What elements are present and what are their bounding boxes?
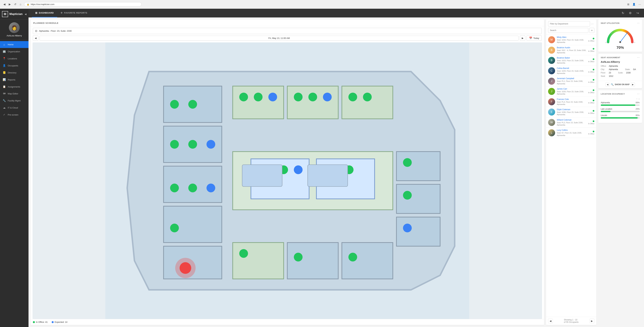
profile-button[interactable]: 👤 [632,2,636,7]
occupant-name: Beatrice Baker [557,57,586,59]
svg-point-18 [170,100,179,109]
sidebar-item-label-reports: Reports [8,78,16,81]
svg-point-22 [170,184,179,192]
status-text: In Office [588,50,594,52]
list-item[interactable]: E Elijah Coleman Seat: 1036, Floor 23, S… [546,107,596,118]
it-cloud-icon: ☁ [3,106,6,109]
occupants-list: M Misty Allen Seat: 1034, Floor 23, Suit… [546,35,596,317]
show-on-map-button[interactable]: 🔍 SHOW ON MAP [611,83,630,86]
sort-desc-button[interactable]: ↕ [638,98,640,100]
extensions-button[interactable]: ⊞ [626,2,630,7]
list-item[interactable]: L Lucy Collins Seat: 67, Floor 23, Suite… [546,128,596,138]
header-actions: ↻ ⚙ ↪ [620,10,641,16]
search-input[interactable] [548,28,588,33]
occupant-seat: Seat: PL1, Floor 23, Suite 2330, Alphare… [557,80,586,85]
favorite-button[interactable]: ★ [589,28,594,33]
status-text: In Office [588,61,594,62]
tab-favorite-reports[interactable]: ✈ FAVORITE REPORTS [57,9,91,18]
dashboard-tab-label: DASHBOARD [39,12,54,14]
seat-utilization-title: SEAT UTILIZATION [601,22,620,24]
list-item[interactable]: J James Carr Seat: 1028, Floor 23, Suite… [546,86,596,97]
tab-dashboard[interactable]: ⊞ DASHBOARD [32,9,57,18]
seat-utilization-more[interactable]: ⋯ [637,22,640,25]
sidebar-item-map-editor[interactable]: 🗺 Map Editor [0,90,28,97]
svg-line-55 [620,32,628,42]
svg-point-23 [188,184,197,192]
sidebar-item-organization[interactable]: 🏢 Organization [0,48,28,55]
sidebar-item-home[interactable]: ⌂ Home [0,41,28,48]
department-filter[interactable] [548,21,590,26]
sidebar-item-assignments[interactable]: 📋 Assignments [0,83,28,90]
svg-point-41 [206,184,215,192]
settings-button[interactable]: ⚙ [627,10,633,16]
svg-text:100%: 100% [632,42,635,43]
occupant-name: Frances Cole [557,98,586,100]
organization-icon: 🏢 [3,50,6,53]
back-button[interactable]: ◀ [2,2,7,7]
sidebar-item-it-cloud[interactable]: ☁ IT & Cloud [0,104,28,111]
svg-text:60%: 60% [619,30,622,31]
address-bar[interactable]: 🔒 https://cw.maptician.com [24,2,142,6]
svg-point-29 [348,92,357,101]
location-occupancy-more[interactable]: ⋯ [637,92,640,96]
occ-item-header: Lincoln 95% [601,114,640,116]
forward-button[interactable]: ▶ [8,2,12,7]
list-item[interactable]: C Celina Barrett Seat: 1029, Floor 23, S… [546,66,596,76]
status-text: In Office [588,112,594,114]
list-item[interactable]: F Frances Cole Seat: PL4, Floor 23, Suit… [546,97,596,107]
svg-point-27 [294,92,302,101]
directory-icon: 📒 [3,71,6,74]
show-map-prev[interactable]: ◀ [606,82,610,86]
occupants-panel: ⋯ ★ M Misty Allen Seat: 1034, Floor 23, … [546,20,596,325]
location-occupancy-body: ↑ ↕ Alpharetta 89% Lab Location 25% Linc… [598,97,642,123]
occupant-status: In Office [588,79,594,83]
sidebar-item-facility-mgmt[interactable]: 🔧 Facility Mgmt [0,97,28,104]
sidebar-item-directory[interactable]: 📒 Directory [0,69,28,76]
list-item[interactable]: W Willard Coleman Seat: PL3, Floor 23, S… [546,118,596,128]
more-button[interactable]: ⋯ [637,2,642,7]
occupant-info: Lucy Collins Seat: 67, Floor 23, Suite 2… [557,129,586,136]
prev-date-button[interactable]: ◀ [33,36,38,41]
svg-point-21 [188,140,197,148]
home-button[interactable]: ⌂ [18,2,23,7]
svg-text:80%: 80% [628,32,630,34]
list-item[interactable]: J Jeremiah Campbell Seat: PL1, Floor 23,… [546,76,596,86]
refresh-button[interactable]: ↻ [620,10,626,16]
sidebar-item-locations[interactable]: 📍 Locations [0,55,28,62]
prev-page-button[interactable]: ◀ [548,318,553,323]
status-text: In Office [588,71,594,73]
sidebar-toggle[interactable]: ◀ [25,13,26,16]
sidebar-item-pre-screen[interactable]: ✓ Pre-screen [0,111,28,118]
map-editor-icon: 🗺 [3,92,6,95]
sidebar-item-label-home: Home [8,43,14,46]
svg-point-28 [308,92,317,101]
location-occupancy-card: LOCATION OCCUPANCY ⋯ ↑ ↕ Alpharetta 89% … [598,90,642,123]
next-page-button[interactable]: ▶ [590,318,594,323]
seat-assignment-more[interactable]: ⋯ [637,56,640,59]
floor-map[interactable] [32,42,542,319]
sidebar: M Maptician ◀ 👩 AshLea Allberry ⌂ Home 🏢… [0,9,28,327]
state-value: GA [633,68,636,70]
sidebar-item-occupants[interactable]: 👤 Occupants [0,62,28,69]
seat-assignment-title: SEAT ASSIGNMENT [601,56,620,58]
occupant-status: In Office [588,69,594,73]
occupant-info: Celina Barrett Seat: 1029, Floor 23, Sui… [557,67,586,74]
today-button[interactable]: 📅 Today [526,36,542,41]
location-selector[interactable]: ⊟ Alpharetta - Floor: 23, Suite: 2330 [33,28,542,34]
sidebar-item-reports[interactable]: 📊 Reports [0,76,28,83]
reload-button[interactable]: ↺ [13,2,18,7]
stats-panel: SEAT UTILIZATION ⋯ [598,20,642,325]
logout-button[interactable]: ↪ [634,10,641,16]
list-item[interactable]: B Beatrice Baker Seat: 1023, Floor 23, S… [546,55,596,66]
occupants-more-button[interactable]: ⋯ [590,21,594,26]
show-map-next[interactable]: ▶ [631,82,635,86]
list-item[interactable]: M Misty Allen Seat: 1034, Floor 23, Suit… [546,35,596,45]
occupant-name: Jeremiah Campbell [557,77,586,80]
url-display: https://cw.maptician.com [31,3,54,6]
search-map-icon: 🔍 [611,83,614,86]
sort-asc-button[interactable]: ↑ [636,98,638,100]
list-item[interactable]: B Beatrice Austin Seat: SSC - 4, Floor 2… [546,45,596,56]
planned-schedule-panel: PLANNED SCHEDULE ⊟ Alpharetta - Floor: 2… [30,20,544,325]
occupant-seat: Seat: PL3, Floor 23, Suite 2330, Alphare… [557,122,586,126]
next-date-button[interactable]: ▶ [520,36,525,41]
